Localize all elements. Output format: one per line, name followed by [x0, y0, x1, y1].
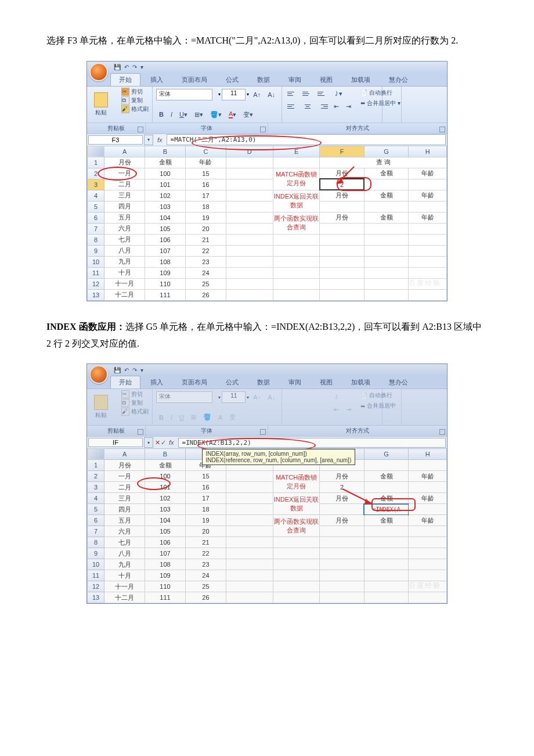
cell-h7[interactable]	[409, 526, 447, 537]
cell-a8[interactable]: 七月	[104, 537, 145, 548]
cell-b1[interactable]: 金额	[145, 460, 186, 471]
dialog-launcher-icon[interactable]	[439, 127, 445, 132]
cell-f5[interactable]	[320, 201, 364, 212]
cell-a7[interactable]: 六月	[104, 223, 145, 234]
cell-d3[interactable]	[226, 179, 273, 190]
cell-h1[interactable]	[409, 460, 447, 471]
font-size-combo[interactable]: 11	[222, 89, 246, 100]
cell-c8[interactable]: 21	[186, 234, 226, 245]
cell-e9[interactable]	[273, 548, 320, 559]
dropdown-icon[interactable]: ▾	[247, 92, 249, 97]
cell-e13[interactable]	[273, 289, 320, 300]
phonetic-button[interactable]: 变▾	[240, 109, 256, 120]
cell-g8[interactable]	[364, 537, 408, 548]
worksheet-grid[interactable]: A B C D E F G H 1 月份 金额 年龄 2一月10015MATCH	[87, 448, 447, 603]
cell-h11[interactable]	[409, 267, 447, 278]
tab-formulas[interactable]: 公式	[217, 376, 247, 388]
save-icon[interactable]: 💾	[114, 367, 121, 373]
cell-c3[interactable]: 16	[186, 482, 226, 493]
row-header-10[interactable]: 10	[88, 559, 104, 570]
cell-b3[interactable]: 101	[145, 179, 186, 190]
cell-c1[interactable]: 年龄	[186, 157, 226, 168]
cell-d7[interactable]	[226, 526, 273, 537]
row-header-9[interactable]: 9	[88, 548, 104, 559]
cell-a9[interactable]: 八月	[104, 245, 145, 256]
tab-insert[interactable]: 插入	[142, 376, 172, 388]
cell-f2[interactable]: 月份	[320, 168, 364, 179]
cell-g7[interactable]	[364, 526, 408, 537]
col-header-a[interactable]: A	[104, 146, 145, 157]
cell-b12[interactable]: 110	[145, 581, 186, 592]
align-bottom-button[interactable]	[316, 89, 330, 99]
col-header-b[interactable]: B	[145, 146, 186, 157]
row-header-12[interactable]: 12	[88, 278, 104, 289]
row-header-7[interactable]: 7	[88, 223, 104, 234]
cell-b3[interactable]: 101	[145, 482, 186, 493]
cell-e11[interactable]	[273, 570, 320, 581]
undo-icon[interactable]: ↶	[124, 367, 129, 373]
tab-huibangong[interactable]: 慧办公	[380, 376, 417, 388]
cell-d4[interactable]	[226, 190, 273, 201]
cancel-icon[interactable]: ✕	[155, 439, 160, 447]
select-all-corner[interactable]	[88, 449, 104, 460]
cell-e11[interactable]	[273, 267, 320, 278]
row-header-1[interactable]: 1	[88, 157, 104, 168]
cell-h8[interactable]	[409, 537, 447, 548]
cell-f3[interactable]: 2	[320, 482, 364, 493]
formula-bar[interactable]: =MATCH("二月",A2:A13,0)	[167, 134, 446, 145]
cell-c5[interactable]: 18	[186, 201, 226, 212]
row-header-7[interactable]: 7	[88, 526, 104, 537]
cell-f4[interactable]: 月份	[320, 190, 364, 201]
col-header-d[interactable]: D	[226, 146, 273, 157]
tab-huibangong[interactable]: 慧办公	[380, 73, 417, 86]
cell-b6[interactable]: 104	[145, 212, 186, 223]
cell-e10[interactable]	[273, 559, 320, 570]
fill-color-button[interactable]: 🪣▾	[207, 110, 225, 120]
cell-e10[interactable]	[273, 256, 320, 267]
cell-d9[interactable]	[226, 548, 273, 559]
cell-d4[interactable]	[226, 493, 273, 504]
cell-c2[interactable]: 15	[186, 471, 226, 482]
row-header-2[interactable]: 2	[88, 168, 104, 179]
col-header-b[interactable]: B	[145, 449, 186, 460]
cell-c13[interactable]: 26	[186, 289, 226, 300]
name-box-dropdown[interactable]: ▾	[144, 437, 153, 448]
cell-a1[interactable]: 月份	[104, 460, 145, 471]
align-center-button[interactable]	[301, 102, 315, 112]
cell-g13[interactable]	[364, 592, 408, 603]
underline-button[interactable]: U▾	[176, 110, 190, 120]
redo-icon[interactable]: ↷	[132, 367, 137, 373]
cell-h2[interactable]: 年龄	[409, 471, 447, 482]
cell-a8[interactable]: 七月	[104, 234, 145, 245]
cell-e12[interactable]	[273, 278, 320, 289]
cell-e6-7[interactable]: 两个函数实现联合查询	[273, 212, 320, 234]
cell-a12[interactable]: 十一月	[104, 278, 145, 289]
align-middle-button[interactable]	[301, 89, 315, 99]
cell-b12[interactable]: 110	[145, 278, 186, 289]
cell-a5[interactable]: 四月	[104, 201, 145, 212]
align-left-button[interactable]	[286, 102, 300, 112]
cell-b8[interactable]: 106	[145, 537, 186, 548]
tab-data[interactable]: 数据	[248, 73, 279, 86]
cell-d5[interactable]	[226, 504, 273, 515]
cell-c7[interactable]: 20	[186, 223, 226, 234]
row-header-10[interactable]: 10	[88, 256, 104, 267]
cell-e12[interactable]	[273, 581, 320, 592]
tab-formulas[interactable]: 公式	[217, 73, 247, 86]
cell-a7[interactable]: 六月	[104, 526, 145, 537]
font-name-combo[interactable]: 宋体	[156, 89, 212, 100]
cell-b2[interactable]: 100	[145, 168, 186, 179]
cell-h4[interactable]: 年龄	[409, 190, 447, 201]
cell-g10[interactable]	[364, 256, 408, 267]
col-header-e[interactable]: E	[273, 146, 320, 157]
cell-c4[interactable]: 17	[186, 493, 226, 504]
cell-f6[interactable]: 月份	[320, 515, 364, 526]
row-header-6[interactable]: 6	[88, 515, 104, 526]
tab-review[interactable]: 审阅	[280, 73, 310, 86]
cell-d7[interactable]	[226, 223, 273, 234]
cut-button[interactable]: ✂剪切	[121, 88, 149, 96]
name-box[interactable]: IF	[88, 438, 143, 447]
redo-icon[interactable]: ↷	[132, 64, 137, 70]
cell-f13[interactable]	[320, 289, 364, 300]
cell-h7[interactable]	[409, 223, 447, 234]
